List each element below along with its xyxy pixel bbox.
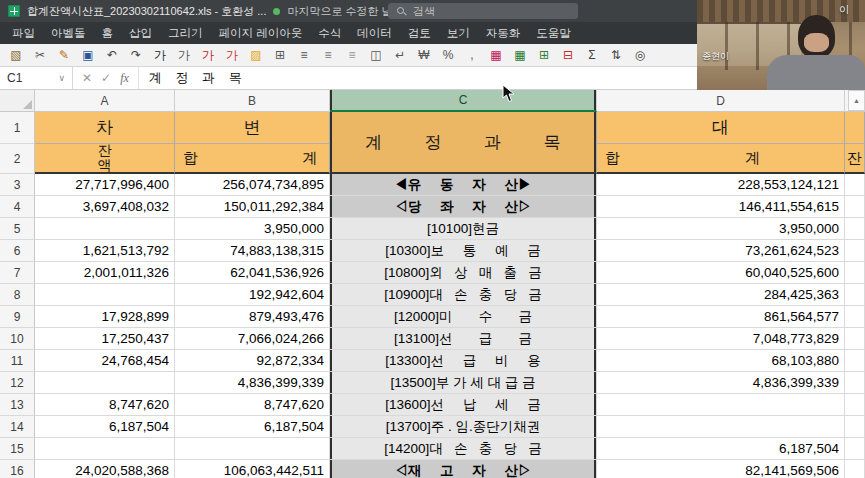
row-header-15[interactable]: 15 <box>0 438 35 460</box>
cell-E2[interactable]: 잔 <box>845 144 865 174</box>
cell-B16[interactable]: 106,063,442,511 <box>175 460 330 478</box>
autosum-icon[interactable]: Σ <box>582 45 602 65</box>
cell-A12[interactable] <box>35 372 175 394</box>
row-header-9[interactable]: 9 <box>0 306 35 328</box>
excel-app-icon[interactable] <box>8 5 20 17</box>
cell-C5[interactable]: [10100]현금 <box>330 218 597 240</box>
cell-B10[interactable]: 7,066,024,266 <box>175 328 330 350</box>
merge-center-icon[interactable]: ◫ <box>366 45 386 65</box>
column-header-c-selected[interactable]: C <box>330 90 597 112</box>
menu-tab-addins[interactable]: 아벨돌 <box>43 26 94 41</box>
font-italic-icon[interactable]: 가 <box>174 45 194 65</box>
conditional-formatting-icon[interactable]: ▦ <box>486 45 506 65</box>
cell-C4[interactable]: ◁당 좌 자 산▷ <box>330 196 597 218</box>
row-header-7[interactable]: 7 <box>0 262 35 284</box>
cell-B9[interactable]: 879,493,476 <box>175 306 330 328</box>
cell-B11[interactable]: 92,872,334 <box>175 350 330 372</box>
cell-A5[interactable] <box>35 218 175 240</box>
wrap-text-icon[interactable]: ↵ <box>390 45 410 65</box>
menu-tab-file[interactable]: 파일 <box>4 26 43 41</box>
redo-icon[interactable]: ↷ <box>126 45 146 65</box>
cell-D7[interactable]: 60,040,525,600 <box>597 262 845 284</box>
comma-style-icon[interactable]: , <box>462 45 482 65</box>
cell-D11[interactable]: 68,103,880 <box>597 350 845 372</box>
cell-A11[interactable]: 24,768,454 <box>35 350 175 372</box>
cell-E12[interactable] <box>845 372 865 394</box>
cell-C15[interactable]: [14200]대 손 충 당 금 <box>330 438 597 460</box>
cell-C9[interactable]: [12000]미 수 금 <box>330 306 597 328</box>
row-header-11[interactable]: 11 <box>0 350 35 372</box>
find-select-icon[interactable]: ◎ <box>630 45 650 65</box>
row-header-12[interactable]: 12 <box>0 372 35 394</box>
cell-A2[interactable]: 잔 액 <box>35 144 175 174</box>
cell-E16[interactable] <box>845 460 865 478</box>
cancel-icon[interactable]: ✕ <box>82 71 92 85</box>
cell-E5[interactable] <box>845 218 865 240</box>
cell-A1[interactable]: 차 <box>35 112 175 144</box>
row-header-14[interactable]: 14 <box>0 416 35 438</box>
cell-C1-merged[interactable]: 계 정 과 목 <box>330 112 597 174</box>
cell-D16[interactable]: 82,141,569,506 <box>597 460 845 478</box>
fill-color-icon[interactable]: ▨ <box>246 45 266 65</box>
cell-B4[interactable]: 150,011,292,384 <box>175 196 330 218</box>
cell-C7[interactable]: [10800]외 상 매 출 금 <box>330 262 597 284</box>
menu-tab-data[interactable]: 데이터 <box>349 26 400 41</box>
cell-C14[interactable]: [13700]주 . 임.종단기채권 <box>330 416 597 438</box>
cell-D6[interactable]: 73,261,624,523 <box>597 240 845 262</box>
cell-B5[interactable]: 3,950,000 <box>175 218 330 240</box>
insert-cells-icon[interactable]: ⊞ <box>534 45 554 65</box>
cell-A14[interactable]: 6,187,504 <box>35 416 175 438</box>
menu-tab-formulas[interactable]: 수식 <box>310 26 349 41</box>
sort-filter-icon[interactable]: ⇅ <box>606 45 626 65</box>
row-header-4[interactable]: 4 <box>0 196 35 218</box>
cell-B7[interactable]: 62,041,536,926 <box>175 262 330 284</box>
cell-E9[interactable] <box>845 306 865 328</box>
cell-D14[interactable] <box>597 416 845 438</box>
column-header-a[interactable]: A <box>35 90 175 112</box>
font-bold-icon[interactable]: 가 <box>150 45 170 65</box>
cell-E7[interactable] <box>845 262 865 284</box>
cell-D12[interactable]: 4,836,399,339 <box>597 372 845 394</box>
menu-tab-automate[interactable]: 자동화 <box>478 26 529 41</box>
align-left-icon[interactable]: ≡ <box>294 45 314 65</box>
cell-A9[interactable]: 17,928,899 <box>35 306 175 328</box>
menu-tab-review[interactable]: 검토 <box>400 26 439 41</box>
menu-tab-view[interactable]: 보기 <box>439 26 478 41</box>
font-color-icon[interactable]: 가 <box>222 45 242 65</box>
currency-format-icon[interactable]: ₩ <box>414 45 434 65</box>
undo-icon[interactable]: ↶ <box>102 45 122 65</box>
font-underline-icon[interactable]: 가 <box>198 45 218 65</box>
cell-C6[interactable]: [10300]보 통 예 금 <box>330 240 597 262</box>
menu-tab-page-layout[interactable]: 페이지 레이아웃 <box>211 26 311 41</box>
menu-tab-home[interactable]: 홈 <box>94 26 122 41</box>
cell-D4[interactable]: 146,411,554,615 <box>597 196 845 218</box>
row-header-6[interactable]: 6 <box>0 240 35 262</box>
cell-A10[interactable]: 17,250,437 <box>35 328 175 350</box>
cell-A13[interactable]: 8,747,620 <box>35 394 175 416</box>
cell-A15[interactable] <box>35 438 175 460</box>
cell-B2[interactable]: 합 계 <box>175 144 330 174</box>
format-painter-icon[interactable]: ✎ <box>54 45 74 65</box>
cell-B12[interactable]: 4,836,399,339 <box>175 372 330 394</box>
align-right-icon[interactable]: ≡ <box>342 45 362 65</box>
row-header-13[interactable]: 13 <box>0 394 35 416</box>
cell-D8[interactable]: 284,425,363 <box>597 284 845 306</box>
enter-icon[interactable]: ✓ <box>101 71 111 85</box>
align-center-icon[interactable]: ≡ <box>318 45 338 65</box>
cell-E14[interactable] <box>845 416 865 438</box>
formula-input[interactable]: 계 정 과 목 <box>139 67 257 89</box>
cell-A3[interactable]: 27,717,996,400 <box>35 174 175 196</box>
cell-B1[interactable]: 변 <box>175 112 330 144</box>
cell-B8[interactable]: 192,942,604 <box>175 284 330 306</box>
cell-A7[interactable]: 2,001,011,326 <box>35 262 175 284</box>
cell-B6[interactable]: 74,883,138,315 <box>175 240 330 262</box>
cell-E3[interactable] <box>845 174 865 196</box>
row-header-1[interactable]: 1 <box>0 112 35 144</box>
column-header-d[interactable]: D <box>597 90 845 112</box>
percent-style-icon[interactable]: % <box>438 45 458 65</box>
row-header-16[interactable]: 16 <box>0 460 35 478</box>
format-as-table-icon[interactable]: ▦ <box>510 45 530 65</box>
cell-E6[interactable] <box>845 240 865 262</box>
document-title[interactable]: 합계잔액시산표_20230302110642.xls - 호환성 ... <box>27 4 266 19</box>
select-all-corner[interactable] <box>0 90 35 112</box>
